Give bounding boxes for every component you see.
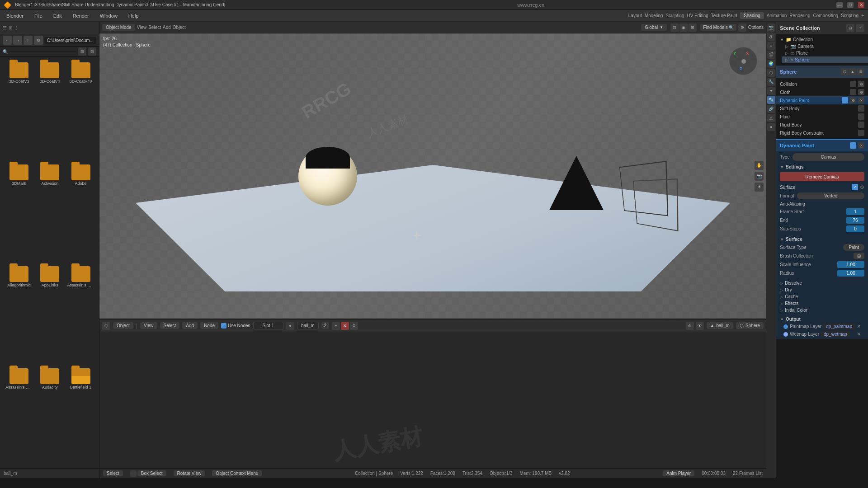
radius-value[interactable]: 1.00 <box>837 270 864 277</box>
cache-row[interactable]: ▷ Cache <box>780 293 864 300</box>
anim-player-btn[interactable]: Anim Player <box>663 470 694 476</box>
node-zoom-icon[interactable]: ⊕ <box>686 322 694 330</box>
options-label[interactable]: Options <box>748 25 764 30</box>
dp-settings-icon[interactable]: ⚙ <box>850 97 856 103</box>
scale-influence-value[interactable]: 1.00 <box>837 261 864 268</box>
fluid-enable-checkbox[interactable] <box>858 113 864 120</box>
remove-canvas-btn[interactable]: Remove Canvas <box>780 172 864 181</box>
settings-header[interactable]: ▼ Settings <box>780 164 864 170</box>
list-item[interactable]: Adobe <box>66 163 96 261</box>
cloth-enable-checkbox[interactable] <box>850 89 856 95</box>
cloth-item[interactable]: Cloth ⚙ <box>776 88 868 96</box>
surface-enable-checkbox[interactable]: ✓ <box>852 184 858 190</box>
paintmap-remove-icon[interactable]: ✕ <box>857 324 861 329</box>
viewport-icon-1[interactable]: ⊡ <box>670 23 679 32</box>
list-item[interactable]: Activision <box>38 163 62 261</box>
physics-icon[interactable]: 🔩 <box>767 96 775 104</box>
filter-button[interactable]: ⊞ <box>78 47 86 56</box>
brush-collection-field[interactable]: ⊞ <box>854 253 864 259</box>
dp-x-icon[interactable]: ✕ <box>858 97 864 103</box>
dp-panel-x[interactable]: ✕ <box>858 142 864 149</box>
scene-icon[interactable]: 🎬 <box>767 51 775 59</box>
list-item[interactable]: 3D-CoatV48 <box>66 61 96 159</box>
rbc-enable-checkbox[interactable] <box>858 130 864 136</box>
list-item[interactable]: Assassin's Cr... <box>4 366 34 465</box>
node-close-icon[interactable]: ✕ <box>341 322 349 330</box>
surface-settings-icon[interactable]: ⚙ <box>860 184 864 190</box>
output-icon[interactable]: 🖨 <box>767 33 775 41</box>
collision-item[interactable]: Collision ⚙ <box>776 80 868 88</box>
options-btn[interactable]: ⚙ <box>738 23 746 32</box>
paintmap-layer-value[interactable]: dp_paintmap <box>823 324 855 329</box>
tree-item-sphere[interactable]: ▷ ○ Sphere <box>782 56 868 63</box>
view-type-icon[interactable]: ⊞ <box>9 25 12 30</box>
particles-icon[interactable]: ✦ <box>767 87 775 95</box>
list-item[interactable]: Battlefield 1 <box>66 366 96 465</box>
viewport-add-btn[interactable]: Add <box>163 25 171 30</box>
sb-enable-checkbox[interactable] <box>858 105 864 112</box>
viewport-view-btn[interactable]: View <box>137 25 147 30</box>
list-item[interactable]: Allegorithmic <box>4 264 34 363</box>
viewport-canvas[interactable]: RRCG RRCG 人人素材 fps: 26 (47) Collection |… <box>99 33 766 319</box>
soft-body-item[interactable]: Soft Body <box>776 104 868 113</box>
node-type-icon[interactable]: ⬡ <box>102 322 110 330</box>
list-item[interactable]: 3DMark <box>4 163 34 261</box>
dp-panel-enable[interactable] <box>850 142 856 149</box>
tree-item-collection[interactable]: ▼ 📁 Collection <box>776 36 868 43</box>
minimize-button[interactable]: — <box>836 2 843 8</box>
node-view-btn[interactable]: View <box>140 322 157 329</box>
node-canvas[interactable]: Attribute Color Vector Fac <box>99 332 766 468</box>
camera-icon[interactable]: 📷 <box>755 172 764 181</box>
node-node-btn[interactable]: Node <box>200 322 218 329</box>
dry-row[interactable]: ▷ Dry <box>780 286 864 293</box>
rotate-btn[interactable]: Rotate View <box>174 470 205 476</box>
dynamic-paint-physics-item[interactable]: Dynamic Paint ⚙ ✕ <box>776 96 868 104</box>
hand-tool-icon[interactable]: ✋ <box>755 161 764 170</box>
material-slot-number[interactable]: 2 <box>321 322 330 329</box>
view-layer-icon[interactable]: ≡ <box>767 42 775 50</box>
add-workspace-button[interactable]: + <box>861 13 864 19</box>
render-icon[interactable]: 📷 <box>767 23 775 32</box>
nav-back-button[interactable]: ← <box>3 36 12 45</box>
surface-type-dropdown[interactable]: Paint <box>843 244 864 251</box>
end-value[interactable]: 76 <box>846 217 864 224</box>
slot-icon[interactable]: ● <box>286 322 294 330</box>
fluid-item[interactable]: Fluid <box>776 113 868 121</box>
world-icon[interactable]: 🌍 <box>767 60 775 68</box>
path-bar[interactable]: C:\Users\prini\Docum... <box>44 37 96 44</box>
scene-filter-icon[interactable]: ⊟ <box>846 24 854 32</box>
obj-icon-2[interactable]: ▲ <box>849 68 856 75</box>
menu-blender[interactable]: Blender <box>4 12 26 19</box>
view-toggle[interactable]: ☰ <box>3 25 7 30</box>
object-name-field[interactable]: ⬡ Sphere <box>736 322 764 329</box>
tree-item-camera[interactable]: ▷ 📷 Camera <box>782 43 868 50</box>
rb-enable-checkbox[interactable] <box>858 122 864 128</box>
list-item[interactable]: 3D-CoatV3 <box>4 61 34 159</box>
cloth-settings-icon[interactable]: ⚙ <box>858 89 864 95</box>
use-nodes-checkbox[interactable] <box>221 323 226 328</box>
nav-reload-button[interactable]: ↻ <box>34 36 43 45</box>
global-dropdown[interactable]: Global ▼ <box>641 24 667 31</box>
effects-row[interactable]: ▷ Effects <box>780 300 864 307</box>
format-dropdown[interactable]: Vertex <box>797 192 864 199</box>
menu-edit[interactable]: Edit <box>51 12 65 19</box>
select-btn[interactable]: Select <box>103 470 123 476</box>
list-item[interactable]: Assassin's Cr... <box>66 264 96 363</box>
rigid-body-item[interactable]: Rigid Body <box>776 121 868 129</box>
object-mode-dropdown[interactable]: Object Mode <box>102 24 135 31</box>
output-header[interactable]: ▼ Output <box>780 316 864 323</box>
initial-color-row[interactable]: ▷ Initial Color <box>780 307 864 314</box>
rigid-body-constraint-item[interactable]: Rigid Body Constraint <box>776 129 868 137</box>
wetmap-remove-icon[interactable]: ✕ <box>857 331 861 337</box>
use-nodes-toggle[interactable]: Use Nodes <box>221 323 250 328</box>
object-icon[interactable]: ⬡ <box>767 69 775 77</box>
menu-file[interactable]: File <box>32 12 45 19</box>
menu-help[interactable]: Help <box>126 12 142 19</box>
context-menu-btn[interactable]: Object Context Menu <box>212 470 262 476</box>
sun-icon[interactable]: ☀ <box>755 183 764 192</box>
list-item[interactable]: AppLinks <box>38 264 62 363</box>
dp-enable-checkbox[interactable] <box>842 97 848 103</box>
tree-item-plane[interactable]: ▷ ▭ Plane <box>782 50 868 56</box>
nav-up-button[interactable]: ↑ <box>24 36 33 45</box>
material-icon[interactable]: ● <box>767 123 775 131</box>
